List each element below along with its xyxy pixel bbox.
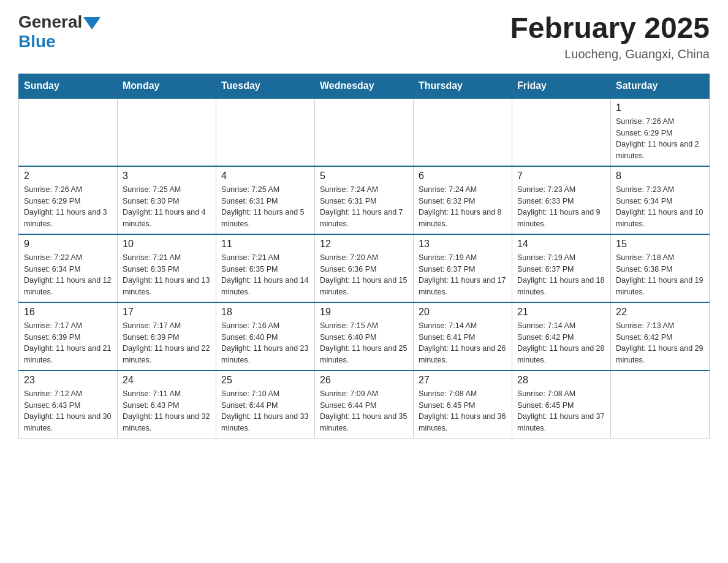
calendar-header-tuesday: Tuesday xyxy=(216,74,315,98)
day-info: Sunrise: 7:21 AM Sunset: 6:35 PM Dayligh… xyxy=(123,252,211,298)
logo-general-text: General xyxy=(18,12,82,32)
calendar-day-cell xyxy=(512,98,611,166)
day-number: 5 xyxy=(320,170,408,182)
day-number: 20 xyxy=(419,307,507,318)
day-info: Sunrise: 7:16 AM Sunset: 6:40 PM Dayligh… xyxy=(221,320,309,366)
day-number: 1 xyxy=(616,102,704,113)
day-number: 9 xyxy=(24,239,112,250)
calendar-day-cell xyxy=(118,98,216,166)
calendar-day-cell: 2Sunrise: 7:26 AM Sunset: 6:29 PM Daylig… xyxy=(19,166,118,234)
day-number: 15 xyxy=(616,239,704,250)
day-number: 24 xyxy=(123,375,211,386)
day-info: Sunrise: 7:25 AM Sunset: 6:31 PM Dayligh… xyxy=(221,184,309,230)
calendar-day-cell xyxy=(19,98,118,166)
logo-blue-text: Blue xyxy=(18,32,56,52)
day-info: Sunrise: 7:12 AM Sunset: 6:43 PM Dayligh… xyxy=(24,388,112,434)
day-info: Sunrise: 7:13 AM Sunset: 6:42 PM Dayligh… xyxy=(616,320,704,366)
title-area: February 2025 Luocheng, Guangxi, China xyxy=(510,12,710,61)
day-info: Sunrise: 7:11 AM Sunset: 6:43 PM Dayligh… xyxy=(123,388,211,434)
calendar-day-cell: 8Sunrise: 7:23 AM Sunset: 6:34 PM Daylig… xyxy=(611,166,710,234)
day-number: 25 xyxy=(221,375,309,386)
day-info: Sunrise: 7:19 AM Sunset: 6:37 PM Dayligh… xyxy=(517,252,605,298)
calendar-week-row: 9Sunrise: 7:22 AM Sunset: 6:34 PM Daylig… xyxy=(19,234,710,302)
calendar-day-cell: 3Sunrise: 7:25 AM Sunset: 6:30 PM Daylig… xyxy=(118,166,216,234)
day-number: 27 xyxy=(419,375,507,386)
day-info: Sunrise: 7:14 AM Sunset: 6:41 PM Dayligh… xyxy=(419,320,507,366)
calendar-day-cell: 1Sunrise: 7:26 AM Sunset: 6:29 PM Daylig… xyxy=(611,98,710,166)
day-info: Sunrise: 7:08 AM Sunset: 6:45 PM Dayligh… xyxy=(419,388,507,434)
day-number: 2 xyxy=(24,170,112,182)
calendar-day-cell: 10Sunrise: 7:21 AM Sunset: 6:35 PM Dayli… xyxy=(118,234,216,302)
calendar-header-thursday: Thursday xyxy=(414,74,512,98)
day-info: Sunrise: 7:26 AM Sunset: 6:29 PM Dayligh… xyxy=(616,116,704,162)
location-text: Luocheng, Guangxi, China xyxy=(510,47,710,61)
calendar-day-cell: 5Sunrise: 7:24 AM Sunset: 6:31 PM Daylig… xyxy=(315,166,414,234)
calendar-day-cell: 21Sunrise: 7:14 AM Sunset: 6:42 PM Dayli… xyxy=(512,302,611,370)
day-number: 18 xyxy=(221,307,309,318)
calendar-day-cell: 7Sunrise: 7:23 AM Sunset: 6:33 PM Daylig… xyxy=(512,166,611,234)
calendar-day-cell xyxy=(414,98,512,166)
day-info: Sunrise: 7:08 AM Sunset: 6:45 PM Dayligh… xyxy=(517,388,605,434)
day-info: Sunrise: 7:14 AM Sunset: 6:42 PM Dayligh… xyxy=(517,320,605,366)
day-info: Sunrise: 7:23 AM Sunset: 6:33 PM Dayligh… xyxy=(517,184,605,230)
day-number: 21 xyxy=(517,307,605,318)
calendar-day-cell: 15Sunrise: 7:18 AM Sunset: 6:38 PM Dayli… xyxy=(611,234,710,302)
calendar-day-cell: 12Sunrise: 7:20 AM Sunset: 6:36 PM Dayli… xyxy=(315,234,414,302)
calendar-day-cell xyxy=(315,98,414,166)
calendar-header-wednesday: Wednesday xyxy=(315,74,414,98)
day-info: Sunrise: 7:25 AM Sunset: 6:30 PM Dayligh… xyxy=(123,184,211,230)
day-info: Sunrise: 7:26 AM Sunset: 6:29 PM Dayligh… xyxy=(24,184,112,230)
day-number: 26 xyxy=(320,375,408,386)
calendar-day-cell: 4Sunrise: 7:25 AM Sunset: 6:31 PM Daylig… xyxy=(216,166,315,234)
calendar-day-cell: 19Sunrise: 7:15 AM Sunset: 6:40 PM Dayli… xyxy=(315,302,414,370)
day-info: Sunrise: 7:22 AM Sunset: 6:34 PM Dayligh… xyxy=(24,252,112,298)
calendar-header-row: SundayMondayTuesdayWednesdayThursdayFrid… xyxy=(19,74,710,98)
day-info: Sunrise: 7:21 AM Sunset: 6:35 PM Dayligh… xyxy=(221,252,309,298)
day-number: 7 xyxy=(517,170,605,182)
calendar-header-saturday: Saturday xyxy=(611,74,710,98)
day-number: 10 xyxy=(123,239,211,250)
calendar-header-sunday: Sunday xyxy=(19,74,118,98)
calendar-table: SundayMondayTuesdayWednesdayThursdayFrid… xyxy=(18,74,710,439)
calendar-week-row: 16Sunrise: 7:17 AM Sunset: 6:39 PM Dayli… xyxy=(19,302,710,370)
day-info: Sunrise: 7:15 AM Sunset: 6:40 PM Dayligh… xyxy=(320,320,408,366)
calendar-week-row: 2Sunrise: 7:26 AM Sunset: 6:29 PM Daylig… xyxy=(19,166,710,234)
calendar-header-friday: Friday xyxy=(512,74,611,98)
calendar-day-cell: 25Sunrise: 7:10 AM Sunset: 6:44 PM Dayli… xyxy=(216,370,315,439)
day-number: 11 xyxy=(221,239,309,250)
calendar-day-cell xyxy=(611,370,710,439)
month-year-title: February 2025 xyxy=(510,12,710,45)
day-info: Sunrise: 7:10 AM Sunset: 6:44 PM Dayligh… xyxy=(221,388,309,434)
day-number: 8 xyxy=(616,170,704,182)
calendar-week-row: 1Sunrise: 7:26 AM Sunset: 6:29 PM Daylig… xyxy=(19,98,710,166)
day-info: Sunrise: 7:24 AM Sunset: 6:31 PM Dayligh… xyxy=(320,184,408,230)
day-number: 22 xyxy=(616,307,704,318)
day-info: Sunrise: 7:17 AM Sunset: 6:39 PM Dayligh… xyxy=(24,320,112,366)
day-number: 6 xyxy=(419,170,507,182)
day-info: Sunrise: 7:19 AM Sunset: 6:37 PM Dayligh… xyxy=(419,252,507,298)
calendar-week-row: 23Sunrise: 7:12 AM Sunset: 6:43 PM Dayli… xyxy=(19,370,710,439)
calendar-day-cell: 18Sunrise: 7:16 AM Sunset: 6:40 PM Dayli… xyxy=(216,302,315,370)
calendar-day-cell: 6Sunrise: 7:24 AM Sunset: 6:32 PM Daylig… xyxy=(414,166,512,234)
day-info: Sunrise: 7:24 AM Sunset: 6:32 PM Dayligh… xyxy=(419,184,507,230)
day-info: Sunrise: 7:18 AM Sunset: 6:38 PM Dayligh… xyxy=(616,252,704,298)
day-info: Sunrise: 7:17 AM Sunset: 6:39 PM Dayligh… xyxy=(123,320,211,366)
calendar-day-cell: 27Sunrise: 7:08 AM Sunset: 6:45 PM Dayli… xyxy=(414,370,512,439)
day-number: 4 xyxy=(221,170,309,182)
day-number: 23 xyxy=(24,375,112,386)
day-info: Sunrise: 7:09 AM Sunset: 6:44 PM Dayligh… xyxy=(320,388,408,434)
day-number: 14 xyxy=(517,239,605,250)
calendar-day-cell: 17Sunrise: 7:17 AM Sunset: 6:39 PM Dayli… xyxy=(118,302,216,370)
day-number: 12 xyxy=(320,239,408,250)
day-number: 3 xyxy=(123,170,211,182)
calendar-day-cell: 23Sunrise: 7:12 AM Sunset: 6:43 PM Dayli… xyxy=(19,370,118,439)
calendar-day-cell: 9Sunrise: 7:22 AM Sunset: 6:34 PM Daylig… xyxy=(19,234,118,302)
calendar-day-cell: 11Sunrise: 7:21 AM Sunset: 6:35 PM Dayli… xyxy=(216,234,315,302)
page-header: General Blue February 2025 Luocheng, Gua… xyxy=(18,12,710,61)
calendar-header-monday: Monday xyxy=(118,74,216,98)
day-number: 17 xyxy=(123,307,211,318)
day-info: Sunrise: 7:23 AM Sunset: 6:34 PM Dayligh… xyxy=(616,184,704,230)
calendar-day-cell: 24Sunrise: 7:11 AM Sunset: 6:43 PM Dayli… xyxy=(118,370,216,439)
day-info: Sunrise: 7:20 AM Sunset: 6:36 PM Dayligh… xyxy=(320,252,408,298)
calendar-day-cell: 20Sunrise: 7:14 AM Sunset: 6:41 PM Dayli… xyxy=(414,302,512,370)
